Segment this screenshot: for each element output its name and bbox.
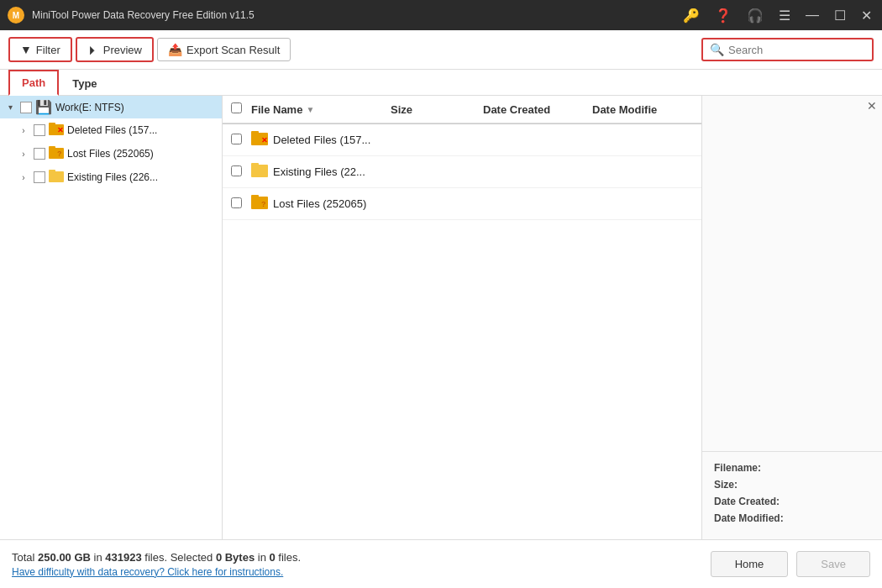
table-row[interactable]: ? Lost Files (252065) xyxy=(223,188,701,220)
close-button[interactable]: ✕ xyxy=(858,6,875,25)
lost-folder-icon: ? xyxy=(49,145,64,162)
select-all-checkbox[interactable] xyxy=(231,102,242,113)
checkbox-existing[interactable] xyxy=(231,165,242,176)
svg-rect-14 xyxy=(251,163,259,167)
save-button[interactable]: Save xyxy=(796,551,870,577)
file-panel: File Name ▼ Size Date Created Date Modif… xyxy=(223,96,701,539)
total-files: 431923 xyxy=(105,551,141,564)
export-label: Export Scan Result xyxy=(186,44,280,56)
expand-icon-lost[interactable]: › xyxy=(17,147,30,160)
svg-rect-3 xyxy=(49,123,55,126)
statusbar-buttons: Home Save xyxy=(711,551,870,577)
drive-icon: 💾 xyxy=(35,99,52,115)
statusbar-text: Total 250.00 GB in 431923 files. Selecte… xyxy=(12,551,711,578)
svg-rect-6 xyxy=(49,146,55,150)
row-icon-lost: ? xyxy=(251,194,268,213)
minimize-button[interactable]: — xyxy=(802,6,822,24)
file-table-header: File Name ▼ Size Date Created Date Modif… xyxy=(223,96,701,123)
row-check-existing[interactable] xyxy=(231,165,251,179)
row-icon-deleted: ✕ xyxy=(251,130,268,150)
preview-modified-row: Date Modified: xyxy=(714,512,870,524)
row-icon-existing xyxy=(251,162,268,181)
preview-created-row: Date Created: xyxy=(714,496,870,507)
main-content: ▾ 💾 Work(E: NTFS) › ✕ Deleted Files (157… xyxy=(0,96,882,539)
existing-folder-icon xyxy=(49,169,64,186)
headset-icon[interactable]: 🎧 xyxy=(743,6,767,25)
header-size: Size xyxy=(391,103,483,116)
app-title: MiniTool Power Data Recovery Free Editio… xyxy=(32,9,680,21)
search-input[interactable] xyxy=(728,44,865,56)
maximize-button[interactable]: ☐ xyxy=(831,6,849,25)
preview-filename-row: Filename: xyxy=(714,462,870,474)
tabs-bar: Path Type xyxy=(0,70,882,96)
filter-label: Filter xyxy=(36,44,60,56)
svg-text:?: ? xyxy=(261,200,266,208)
tree-checkbox-work[interactable] xyxy=(20,102,32,113)
home-button[interactable]: Home xyxy=(711,551,789,577)
svg-rect-16 xyxy=(251,195,259,199)
preview-created-label: Date Created: xyxy=(714,496,780,507)
svg-rect-9 xyxy=(49,170,55,173)
preview-filename-label: Filename: xyxy=(714,462,761,474)
total-prefix: Total xyxy=(12,551,38,564)
checkbox-deleted[interactable] xyxy=(231,134,242,144)
svg-rect-11 xyxy=(251,131,259,135)
sort-icon[interactable]: ▼ xyxy=(306,105,314,114)
app-logo: M xyxy=(7,6,25,24)
expand-icon[interactable]: ▾ xyxy=(3,101,17,114)
tree-item-existing-files[interactable]: › Existing Files (226... xyxy=(0,165,222,189)
preview-panel: ✕ Filename: Size: Date Created: Date Mod… xyxy=(701,96,882,539)
titlebar-controls: 🔑 ❓ 🎧 ☰ — ☐ ✕ xyxy=(680,6,875,25)
expand-icon-existing[interactable]: › xyxy=(17,171,30,184)
key-icon[interactable]: 🔑 xyxy=(680,6,703,25)
export-button[interactable]: 📤 Export Scan Result xyxy=(157,38,291,61)
tab-path[interactable]: Path xyxy=(8,70,59,96)
statusbar-line1: Total 250.00 GB in 431923 files. Selecte… xyxy=(12,551,711,564)
row-name-existing: Existing Files (22... xyxy=(273,165,391,178)
files-text2: files. xyxy=(278,551,301,564)
tree-checkbox-lost[interactable] xyxy=(34,148,45,160)
header-check[interactable] xyxy=(231,102,251,116)
preview-button[interactable]: ⏵ Preview xyxy=(76,37,154,62)
titlebar: M MiniTool Power Data Recovery Free Edit… xyxy=(0,0,882,30)
row-check-deleted[interactable] xyxy=(231,134,251,147)
tree-item-lost-files[interactable]: › ? Lost Files (252065) xyxy=(0,142,222,165)
header-date-created: Date Created xyxy=(483,103,592,116)
table-row[interactable]: ✕ Deleted Files (157... xyxy=(223,124,701,156)
tree-item-work-drive[interactable]: ▾ 💾 Work(E: NTFS) xyxy=(0,96,222,118)
tree-label-lost: Lost Files (252065) xyxy=(67,148,154,160)
tree-label-deleted: Deleted Files (157... xyxy=(67,124,157,136)
tree-checkbox-existing[interactable] xyxy=(34,171,45,183)
preview-icon: ⏵ xyxy=(87,43,99,56)
filter-button[interactable]: ▼ Filter xyxy=(8,37,72,62)
tree-checkbox-deleted[interactable] xyxy=(34,124,45,136)
deleted-folder-icon: ✕ xyxy=(49,122,64,139)
svg-text:✕: ✕ xyxy=(261,136,268,144)
help-link[interactable]: Have difficulty with data recovery? Clic… xyxy=(12,566,711,578)
header-filename[interactable]: File Name ▼ xyxy=(251,103,391,116)
svg-text:✕: ✕ xyxy=(57,126,64,134)
export-icon: 📤 xyxy=(168,43,182,56)
row-name-lost: Lost Files (252065) xyxy=(273,197,391,210)
tree-label-work: Work(E: NTFS) xyxy=(55,102,124,113)
in-text2: in xyxy=(258,551,270,564)
file-table-body: ✕ Deleted Files (157... xyxy=(223,124,701,539)
files-text: files. Selected xyxy=(144,551,216,564)
help-icon[interactable]: ❓ xyxy=(711,6,735,25)
svg-text:?: ? xyxy=(57,150,62,158)
row-check-lost[interactable] xyxy=(231,197,251,211)
expand-icon-deleted[interactable]: › xyxy=(17,123,30,137)
preview-close-button[interactable]: ✕ xyxy=(867,99,877,113)
checkbox-lost[interactable] xyxy=(231,197,242,208)
tree-item-deleted-files[interactable]: › ✕ Deleted Files (157... xyxy=(0,118,222,142)
search-icon: 🔍 xyxy=(710,43,724,56)
preview-size-label: Size: xyxy=(714,479,738,491)
tree-panel: ▾ 💾 Work(E: NTFS) › ✕ Deleted Files (157… xyxy=(0,96,223,539)
svg-text:M: M xyxy=(13,11,19,20)
preview-info: Filename: Size: Date Created: Date Modif… xyxy=(702,451,882,539)
table-row[interactable]: Existing Files (22... xyxy=(223,156,701,188)
search-box: 🔍 xyxy=(701,38,874,61)
tab-type[interactable]: Type xyxy=(59,71,110,95)
row-name-deleted: Deleted Files (157... xyxy=(273,134,391,146)
menu-icon[interactable]: ☰ xyxy=(775,6,794,25)
